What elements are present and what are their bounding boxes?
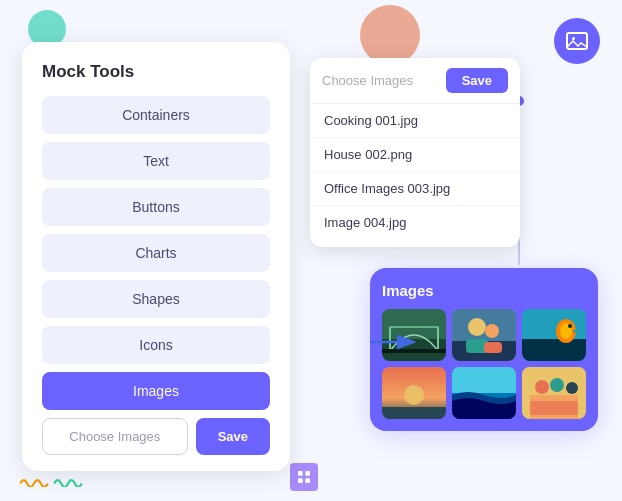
svg-rect-21 (522, 339, 586, 361)
images-panel-title: Images (382, 282, 586, 299)
choose-header: Choose Images Save (310, 58, 520, 104)
wave-decoration (18, 475, 84, 487)
image-frame-icon (565, 29, 589, 53)
svg-rect-3 (305, 471, 310, 476)
svg-point-33 (550, 378, 564, 392)
tool-item-images[interactable]: Images (42, 372, 270, 410)
svg-rect-0 (567, 33, 587, 49)
choose-images-button[interactable]: Choose Images (42, 418, 188, 455)
thumbnail-meeting[interactable] (522, 367, 586, 419)
svg-rect-4 (298, 478, 303, 483)
panel-title: Mock Tools (42, 62, 270, 82)
images-grid (382, 309, 586, 419)
choose-images-tab[interactable]: Choose Images (322, 73, 438, 88)
tool-item-icons[interactable]: Icons (42, 326, 270, 364)
wave-icon (18, 475, 50, 487)
blob-purple-icon (554, 18, 600, 64)
svg-point-16 (468, 318, 486, 336)
thumbnail-sea[interactable] (452, 367, 516, 419)
svg-rect-5 (305, 478, 310, 483)
svg-point-26 (404, 385, 424, 405)
file-item-3[interactable]: Office Images 003.jpg (310, 172, 520, 206)
choose-images-panel: Choose Images Save Cooking 001.jpg House… (310, 58, 520, 247)
thumbnail-bird[interactable] (522, 309, 586, 361)
tool-item-text[interactable]: Text (42, 142, 270, 180)
svg-rect-2 (298, 471, 303, 476)
blob-salmon-decoration (360, 5, 420, 65)
tool-item-containers[interactable]: Containers (42, 96, 270, 134)
save-button[interactable]: Save (196, 418, 270, 455)
tool-item-charts[interactable]: Charts (42, 234, 270, 272)
dropdown-save-button[interactable]: Save (446, 68, 508, 93)
svg-point-17 (485, 324, 499, 338)
svg-point-32 (535, 380, 549, 394)
file-item-1[interactable]: Cooking 001.jpg (310, 104, 520, 138)
bottom-center-icon (290, 463, 318, 491)
grid-icon (296, 469, 312, 485)
svg-rect-27 (382, 407, 446, 419)
tool-item-buttons[interactable]: Buttons (42, 188, 270, 226)
file-item-2[interactable]: House 002.png (310, 138, 520, 172)
svg-point-34 (566, 382, 578, 394)
panel-footer: Choose Images Save (42, 418, 270, 455)
arrow-right (370, 328, 420, 356)
thumbnail-sunset[interactable] (382, 367, 446, 419)
file-item-4[interactable]: Image 004.jpg (310, 206, 520, 239)
wave-icon-2 (52, 475, 84, 487)
svg-rect-28 (452, 367, 516, 393)
thumbnail-people[interactable] (452, 309, 516, 361)
svg-rect-19 (484, 342, 502, 353)
tool-item-shapes[interactable]: Shapes (42, 280, 270, 318)
mock-tools-panel: Mock Tools Containers Text Buttons Chart… (22, 42, 290, 471)
svg-point-1 (572, 37, 575, 40)
svg-rect-35 (530, 401, 578, 415)
svg-point-24 (568, 324, 572, 328)
